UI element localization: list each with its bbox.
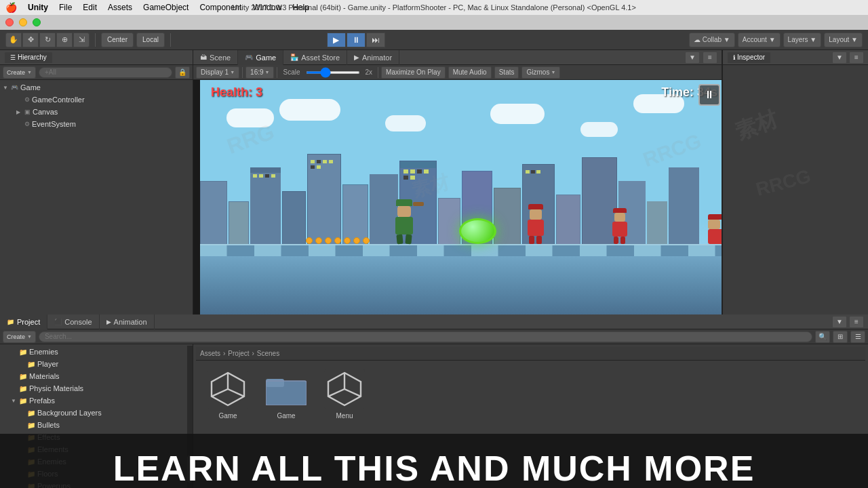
stats-btn[interactable]: Stats <box>494 66 519 79</box>
building <box>250 167 281 249</box>
platform-row <box>200 245 722 256</box>
project-item-materials[interactable]: 📁 Materials <box>0 370 187 382</box>
game-tab[interactable]: 🎮 Game <box>238 50 283 65</box>
project-view-btn[interactable]: ⊞ <box>833 331 848 343</box>
maximize-button[interactable] <box>33 18 41 26</box>
building <box>200 181 227 249</box>
bottom-tabs: 📁 Project ⬛ Console ▶ Animation ▼ ≡ <box>0 314 868 329</box>
left-panel: ☰ Hierarchy Create ▼ 🔒 ▼ 🎮 Game <box>0 50 193 314</box>
lower-area: 📁 Project ⬛ Console ▶ Animation ▼ ≡ Crea… <box>0 314 868 488</box>
bottom-menu-btn[interactable]: ≡ <box>849 316 864 328</box>
project-item-background-layers[interactable]: 📁 Background Layers <box>0 407 187 419</box>
project-search[interactable] <box>39 331 812 342</box>
pause-button[interactable]: ⏸ <box>347 33 366 47</box>
aspect-btn[interactable]: 16:9 ▼ <box>245 66 274 79</box>
hierarchy-search[interactable] <box>39 67 172 78</box>
animation-tab[interactable]: ▶ Animation <box>100 314 155 329</box>
cloud5 <box>580 122 618 137</box>
player-character <box>395 199 413 244</box>
game-toolbar: Display 1 ▼ 16:9 ▼ Scale 2x Maximize On … <box>193 65 722 80</box>
menu-assets[interactable]: Assets <box>108 3 132 12</box>
account-button[interactable]: Account ▼ <box>738 33 781 47</box>
scale-slider[interactable] <box>306 71 360 74</box>
asset-item-game-1[interactable]: Game <box>204 369 252 420</box>
project-tab[interactable]: 📁 Project <box>0 314 47 329</box>
health-display: Health: 3 <box>211 85 262 100</box>
project-more-btn[interactable]: ☰ <box>850 331 865 343</box>
window-title: Unity 2017.1.0f3 Personal (64bit) - Game… <box>232 3 636 12</box>
project-create-btn[interactable]: Create ▼ <box>3 331 36 343</box>
rect-tool[interactable]: ⇲ <box>73 33 90 47</box>
step-button[interactable]: ⏭ <box>366 33 385 47</box>
play-button[interactable]: ▶ <box>327 33 346 47</box>
asset-store-tab[interactable]: 🏪 Asset Store <box>283 50 347 65</box>
asset-item-game-folder[interactable]: Game <box>262 369 310 420</box>
separator1 <box>95 33 96 47</box>
animator-tab[interactable]: ▶ Animator <box>347 50 399 65</box>
move-tool[interactable]: ✥ <box>22 33 39 47</box>
inspector-collapse-btn[interactable]: ▼ <box>832 52 847 64</box>
bottom-collapse-btn[interactable]: ▼ <box>832 316 847 328</box>
unity-toolbar: ✋ ✥ ↻ ⊕ ⇲ Center Local ▶ ⏸ ⏭ ☁ Collab ▼ … <box>0 30 868 50</box>
hierarchy-item-game[interactable]: ▼ 🎮 Game <box>0 81 193 94</box>
inspector-menu-btn[interactable]: ≡ <box>849 52 864 64</box>
menu-gameobject[interactable]: GameObject <box>143 3 189 12</box>
overlay-banner: LEARN ALL THIS AND MUCH MORE WITH THE NE… <box>0 434 868 488</box>
hand-tool[interactable]: ✋ <box>5 33 22 47</box>
project-item-bullets[interactable]: 📁 Bullets <box>0 419 187 431</box>
console-tab[interactable]: ⬛ Console <box>47 314 99 329</box>
minimize-button[interactable] <box>19 18 27 26</box>
asset-label-game-folder: Game <box>277 412 295 420</box>
asset-item-menu[interactable]: Menu <box>321 369 368 420</box>
pivot-toggle[interactable]: Center <box>101 33 134 47</box>
building <box>494 188 521 249</box>
game-hud: Health: 3 Time: 34s <box>200 85 722 100</box>
hierarchy-item-gamecontroller[interactable]: ⚙ GameController <box>0 94 193 106</box>
inspector-content: 素材 RRCG <box>723 65 868 279</box>
cloud3 <box>385 115 426 131</box>
project-item-prefabs[interactable]: ▼ 📁 Prefabs <box>0 394 187 407</box>
right-controls: ☁ Collab ▼ Account ▼ Layers ▼ Layout ▼ <box>689 33 863 47</box>
menu-file[interactable]: File <box>59 3 72 12</box>
scale-value: 2x <box>366 68 373 76</box>
layers-button[interactable]: Layers ▼ <box>783 33 822 47</box>
collab-button[interactable]: ☁ Collab ▼ <box>689 33 735 47</box>
space-toggle[interactable]: Local <box>136 33 165 47</box>
maximize-on-play-btn[interactable]: Maximize On Play <box>381 66 446 79</box>
layout-button[interactable]: Layout ▼ <box>824 33 863 47</box>
cloud4 <box>490 104 545 124</box>
banner-line1: LEARN ALL THIS AND MUCH MORE <box>113 449 755 488</box>
title-bar <box>0 15 868 30</box>
collapse-panel-btn[interactable]: ▼ <box>685 52 700 64</box>
hierarchy-create-btn[interactable]: Create ▼ <box>3 66 36 79</box>
hierarchy-lock-btn[interactable]: 🔒 <box>175 66 190 79</box>
bottom-tab-controls: ▼ ≡ <box>832 316 868 328</box>
scene-tab[interactable]: 🏔 Scene <box>193 50 238 65</box>
close-button[interactable] <box>5 18 14 26</box>
panel-menu-btn[interactable]: ≡ <box>703 52 717 64</box>
hierarchy-item-canvas[interactable]: ▶ ▣ Canvas <box>0 106 193 118</box>
hierarchy-item-eventsystem[interactable]: ⚙ EventSystem <box>0 118 193 130</box>
game-pause-btn[interactable]: ⏸ <box>698 84 720 106</box>
inspector-panel: ℹ Inspector ▼ ≡ 素材 RRCG <box>722 50 868 314</box>
game-viewport: Health: 3 Time: 34s ⏸ RRG 素材 RRCG <box>193 80 722 314</box>
project-search-icon[interactable]: 🔍 <box>815 331 830 343</box>
inspector-watermark2: RRCG <box>753 165 813 201</box>
hierarchy-tab[interactable]: ☰ Hierarchy <box>4 52 53 64</box>
project-item-physic-materials[interactable]: 📁 Physic Materials <box>0 382 187 394</box>
project-item-player[interactable]: 📁 Player <box>0 358 187 370</box>
mute-audio-btn[interactable]: Mute Audio <box>448 66 492 79</box>
menu-unity[interactable]: Unity <box>28 3 48 12</box>
project-item-enemies[interactable]: 📁 Enemies <box>0 346 187 358</box>
svg-rect-6 <box>266 379 284 387</box>
display-btn[interactable]: Display 1 ▼ <box>196 66 239 79</box>
apple-menu[interactable]: 🍎 <box>5 2 17 13</box>
scale-tool[interactable]: ⊕ <box>56 33 73 47</box>
rotate-tool[interactable]: ↻ <box>39 33 56 47</box>
enemy-partial <box>708 214 722 244</box>
inspector-watermark: 素材 <box>731 104 782 147</box>
gizmos-btn[interactable]: Gizmos ▼ <box>521 66 560 79</box>
building <box>307 154 341 249</box>
inspector-tab[interactable]: ℹ Inspector <box>727 52 771 64</box>
menu-edit[interactable]: Edit <box>83 3 97 12</box>
